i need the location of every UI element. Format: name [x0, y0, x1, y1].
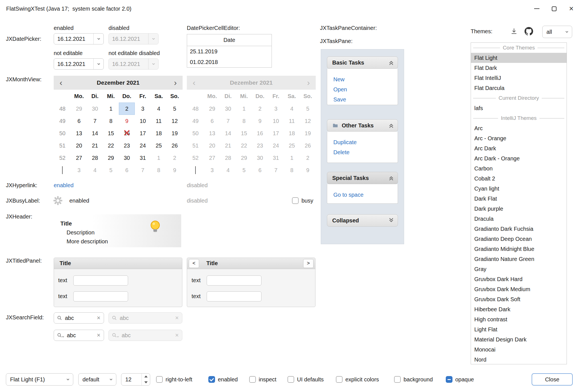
spinner-value[interactable]: 12	[121, 374, 142, 385]
day-cell[interactable]: 27	[71, 152, 87, 164]
day-cell[interactable]: 12	[167, 115, 183, 127]
theme-list-item[interactable]: Flat Dark	[471, 63, 567, 73]
checkbox[interactable]	[208, 376, 215, 383]
day-cell[interactable]: 1	[151, 152, 167, 164]
github-icon[interactable]	[524, 26, 534, 36]
titledpanel-left-button[interactable]: <	[189, 259, 199, 268]
theme-list-item[interactable]: Dracula	[471, 214, 567, 224]
theme-list-item[interactable]: Gray	[471, 264, 567, 274]
checkbox[interactable]	[336, 376, 343, 383]
text-input[interactable]	[73, 275, 128, 286]
day-cell[interactable]: 2	[167, 152, 183, 164]
search-menu-icon[interactable]	[57, 332, 64, 338]
theme-list-item[interactable]: lafs	[471, 103, 567, 113]
day-cell[interactable]: 6	[119, 164, 135, 176]
theme-list-item[interactable]: Gruvbox Dark Medium	[471, 284, 567, 294]
checkbox[interactable]	[394, 376, 401, 383]
download-themes-icon[interactable]	[509, 27, 519, 36]
taskpane-link[interactable]: Open	[327, 84, 398, 94]
theme-list-item[interactable]: Gradianto Nature Green	[471, 254, 567, 264]
close-button[interactable]: Close	[532, 373, 573, 386]
theme-list-item[interactable]: Gradianto Midnight Blue	[471, 244, 567, 254]
day-cell[interactable]: 4	[151, 103, 167, 115]
theme-list-item[interactable]: Carbon	[471, 163, 567, 174]
next-month-icon[interactable]: ›	[168, 76, 183, 90]
search-field-enabled[interactable]: abc ×	[54, 312, 104, 324]
maximize-button[interactable]	[545, 0, 563, 17]
clear-search-icon[interactable]: ×	[97, 315, 100, 321]
day-cell[interactable]: 19	[167, 127, 183, 139]
theme-list-item[interactable]: Arc Dark - Orange	[471, 153, 567, 163]
day-cell[interactable]: 7	[87, 115, 103, 127]
taskpane-link[interactable]: New	[327, 74, 398, 84]
day-cell[interactable]: 28	[87, 152, 103, 164]
day-cell[interactable]: 16	[119, 127, 135, 139]
day-cell[interactable]: 6	[71, 115, 87, 127]
theme-list-item[interactable]: Arc - Orange	[471, 133, 567, 143]
day-cell[interactable]: 3	[71, 164, 87, 176]
theme-list-item[interactable]: Nord	[471, 355, 567, 364]
font-size-spinner[interactable]: 12	[121, 373, 150, 386]
theme-list-item[interactable]: Cobalt 2	[471, 174, 567, 184]
busy-checkbox[interactable]	[292, 197, 299, 204]
prev-month-icon[interactable]: ‹	[54, 76, 68, 90]
day-cell[interactable]: 31	[135, 152, 151, 164]
theme-list-item[interactable]: High contrast	[471, 314, 567, 324]
checkbox[interactable]	[446, 376, 452, 383]
theme-list-item[interactable]: Light Flat	[471, 324, 567, 334]
text-input[interactable]	[207, 291, 261, 301]
spinner-down-button[interactable]	[142, 379, 150, 385]
laf-combo[interactable]: Flat Light (F1)	[6, 373, 73, 386]
day-cell[interactable]: 10	[135, 115, 151, 127]
minimize-button[interactable]	[528, 0, 545, 17]
text-input[interactable]	[73, 291, 128, 301]
theme-list-item[interactable]: Flat Darcula	[471, 83, 567, 93]
theme-list-item[interactable]: Dark Flat	[471, 194, 567, 204]
day-cell[interactable]: 9	[167, 164, 183, 176]
day-cell[interactable]: 4	[87, 164, 103, 176]
titledpanel-right-button[interactable]: >	[303, 259, 313, 268]
taskpane-link[interactable]: Delete	[327, 147, 398, 157]
search-field-with-menu-enabled[interactable]: abc ×	[54, 330, 104, 341]
day-cell[interactable]: 8	[103, 115, 119, 127]
day-cell[interactable]: 5	[167, 103, 183, 115]
themes-filter-combo[interactable]: all	[542, 26, 572, 38]
day-cell[interactable]: 24	[135, 139, 151, 152]
day-cell[interactable]: 18	[151, 127, 167, 139]
day-cell[interactable]: 30	[119, 152, 135, 164]
taskpane-link[interactable]: Go to space	[327, 190, 398, 200]
day-cell[interactable]: 2	[119, 103, 135, 115]
theme-list[interactable]: Core ThemesFlat LightFlat DarkFlat Intel…	[471, 42, 567, 364]
day-cell[interactable]: 9	[119, 115, 135, 127]
search-input[interactable]: abc	[64, 332, 97, 339]
theme-list-item[interactable]: Arc Dark	[471, 143, 567, 153]
clear-search-icon[interactable]: ×	[97, 332, 100, 338]
theme-list-item[interactable]: Gruvbox Dark Hard	[471, 274, 567, 284]
theme-list-item[interactable]: Hiberbee Dark	[471, 304, 567, 314]
datepicker-enabled[interactable]: 16.12.2021	[54, 33, 104, 44]
taskpane-link[interactable]: Duplicate	[327, 137, 398, 147]
day-cell[interactable]: 13	[71, 127, 87, 139]
day-cell[interactable]: 17	[135, 127, 151, 139]
day-cell[interactable]: 14	[87, 127, 103, 139]
theme-list-item[interactable]: Gruvbox Dark Soft	[471, 294, 567, 304]
taskpane-header[interactable]: Collapsed	[327, 214, 398, 227]
collapse-icon[interactable]	[388, 60, 394, 66]
day-cell[interactable]: 26	[167, 139, 183, 152]
taskpane-link[interactable]: Save	[327, 94, 398, 104]
theme-list-item[interactable]: Gradianto Dark Fuchsia	[471, 224, 567, 234]
day-cell[interactable]: 25	[151, 139, 167, 152]
calendar-dropdown-button[interactable]	[93, 59, 103, 69]
calendar-dropdown-button[interactable]	[93, 34, 103, 44]
day-cell[interactable]: 22	[103, 139, 119, 152]
day-cell[interactable]: 8	[151, 164, 167, 176]
close-window-button[interactable]: ×	[563, 0, 580, 17]
font-combo[interactable]: default	[78, 373, 116, 386]
theme-list-item[interactable]: Monocai	[471, 345, 567, 355]
day-cell[interactable]: 7	[135, 164, 151, 176]
theme-list-item[interactable]: Cyan light	[471, 184, 567, 194]
checkbox[interactable]	[249, 376, 256, 383]
datepicker-value[interactable]: 16.12.2021	[54, 36, 93, 42]
day-cell[interactable]: 1	[103, 103, 119, 115]
day-cell[interactable]: 20	[71, 139, 87, 152]
